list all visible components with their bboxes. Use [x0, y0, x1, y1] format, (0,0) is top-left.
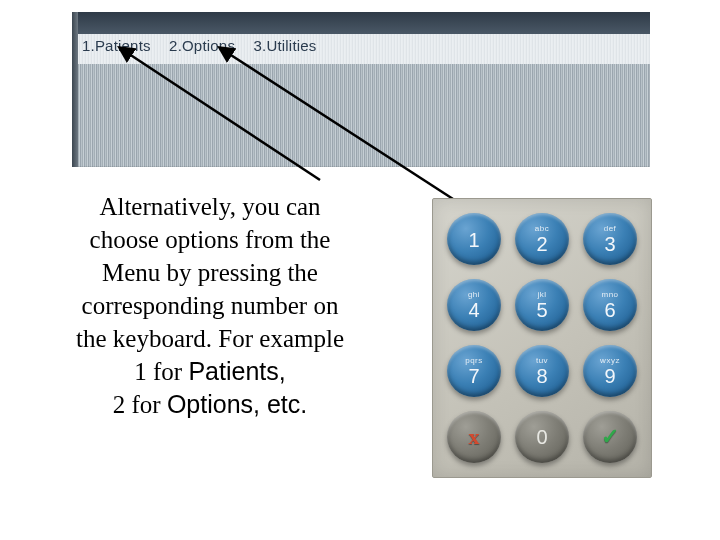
- key-7-num: 7: [468, 366, 479, 386]
- key-3-sub: def: [604, 225, 617, 233]
- key-8[interactable]: tuv8: [515, 345, 569, 397]
- line-1: Alternatively, you can: [99, 193, 320, 220]
- key-2-num: 2: [536, 234, 547, 254]
- line-4: corresponding number on: [82, 292, 339, 319]
- crt-dark-band: [72, 12, 650, 34]
- line-6a: 1 for: [134, 358, 188, 385]
- key-7[interactable]: pqrs7: [447, 345, 501, 397]
- instruction-text: Alternatively, you can choose options fr…: [20, 190, 400, 421]
- key-8-num: 8: [536, 366, 547, 386]
- key-1[interactable]: 1: [447, 213, 501, 265]
- line-7a: 2 for: [113, 391, 167, 418]
- key-6-num: 6: [604, 300, 615, 320]
- key-3[interactable]: def3: [583, 213, 637, 265]
- key-cancel[interactable]: x: [447, 411, 501, 463]
- ok-icon: ✓: [601, 424, 619, 450]
- key-5-sub: jkl: [537, 291, 546, 299]
- key-ok[interactable]: ✓: [583, 411, 637, 463]
- line-5: the keyboard. For example: [76, 325, 344, 352]
- line-6b: Patients: [188, 357, 278, 385]
- key-9-num: 9: [604, 366, 615, 386]
- line-7b: Options: [167, 390, 253, 418]
- key-6[interactable]: mno6: [583, 279, 637, 331]
- menu-item-patients: 1.Patients: [82, 37, 151, 54]
- line-7c: , etc.: [253, 390, 307, 418]
- key-0-num: 0: [536, 427, 547, 447]
- key-8-sub: tuv: [536, 357, 548, 365]
- key-9-sub: wxyz: [600, 357, 620, 365]
- menu-items: 1.Patients 2.Options 3.Utilities: [82, 37, 331, 54]
- key-3-num: 3: [604, 234, 615, 254]
- key-6-sub: mno: [601, 291, 618, 299]
- menu-item-utilities: 3.Utilities: [253, 37, 316, 54]
- line-3: Menu by pressing the: [102, 259, 318, 286]
- key-1-num: 1: [468, 230, 479, 250]
- key-0[interactable]: 0: [515, 411, 569, 463]
- menu-item-options: 2.Options: [169, 37, 235, 54]
- key-7-sub: pqrs: [465, 357, 483, 365]
- key-2-sub: abc: [535, 225, 549, 233]
- key-5[interactable]: jkl5: [515, 279, 569, 331]
- key-4-sub: ghi: [468, 291, 480, 299]
- key-9[interactable]: wxyz9: [583, 345, 637, 397]
- key-5-num: 5: [536, 300, 547, 320]
- cancel-icon: x: [469, 424, 480, 450]
- key-4-num: 4: [468, 300, 479, 320]
- key-2[interactable]: abc2: [515, 213, 569, 265]
- line-2: choose options from the: [90, 226, 331, 253]
- crt-left-edge: [72, 12, 78, 167]
- key-4[interactable]: ghi4: [447, 279, 501, 331]
- menu-bar-photo: 1.Patients 2.Options 3.Utilities: [72, 12, 650, 167]
- numeric-keypad: 1 abc2 def3 ghi4 jkl5 mno6 pqrs7 tuv8 wx…: [432, 198, 652, 478]
- line-6c: ,: [279, 357, 286, 385]
